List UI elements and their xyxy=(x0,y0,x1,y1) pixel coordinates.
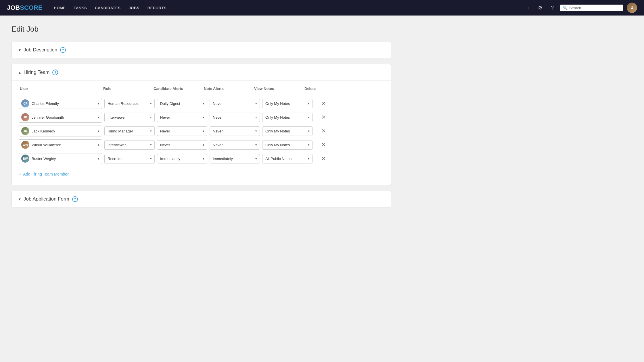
table-row: WW Wilbur Williamson ▾ Human ResourcesIn… xyxy=(19,139,384,150)
job-application-form-title: Job Application Form xyxy=(24,196,69,202)
note-alerts-select-3[interactable]: NeverImmediatelyDaily DigestWeekly Diges… xyxy=(210,140,260,150)
user-cell-4[interactable]: BW Buster Wegley ▾ xyxy=(19,153,102,164)
view-notes-select-0[interactable]: Only My NotesAll Public NotesAll Notes xyxy=(262,99,313,108)
page-title: Edit Job xyxy=(12,25,391,34)
user-cell-0[interactable]: CF Charles Friendly ▾ xyxy=(19,98,102,109)
job-application-form-header[interactable]: ▾ Job Application Form ? xyxy=(12,191,391,207)
user-cell-3[interactable]: WW Wilbur Williamson ▾ xyxy=(19,139,102,150)
nav-links: HOMETASKSCANDIDATESJOBSREPORTS xyxy=(51,4,524,12)
nav-link-candidates[interactable]: CANDIDATES xyxy=(91,4,124,12)
search-input[interactable] xyxy=(569,6,620,10)
user-avatar[interactable]: U xyxy=(627,3,637,13)
table-row: CF Charles Friendly ▾ Human ResourcesInt… xyxy=(19,98,384,109)
hiring-team-title: Hiring Team xyxy=(24,70,49,75)
role-select-4-wrap: Human ResourcesInterviewerHiring Manager… xyxy=(104,154,155,163)
hiring-team-body: User Role Candidate Alerts Note Alerts V… xyxy=(12,81,391,185)
job-description-section: ▾ Job Description ? xyxy=(12,42,391,58)
delete-button-2[interactable]: ✕ xyxy=(315,127,332,135)
col-candidate-alerts: Candidate Alerts xyxy=(152,86,203,91)
nav-link-reports[interactable]: REPORTS xyxy=(144,4,170,12)
navbar: JOBSCORE HOMETASKSCANDIDATESJOBSREPORTS … xyxy=(0,0,644,16)
user-cell-2[interactable]: JK Jack Kennedy ▾ xyxy=(19,126,102,136)
candidate-alerts-select-1[interactable]: NeverImmediatelyDaily DigestWeekly Diges… xyxy=(157,113,207,122)
add-hiring-team-member-link[interactable]: + Add Hiring Team Member xyxy=(19,172,69,177)
note-alerts-select-1-wrap: NeverImmediatelyDaily DigestWeekly Diges… xyxy=(210,113,260,122)
role-select-0[interactable]: Human ResourcesInterviewerHiring Manager… xyxy=(104,99,155,108)
job-description-chevron: ▾ xyxy=(19,48,21,52)
view-notes-select-4[interactable]: Only My NotesAll Public NotesAll Notes xyxy=(262,154,313,163)
delete-button-4[interactable]: ✕ xyxy=(315,154,332,163)
user-avatar-4: BW xyxy=(21,155,29,163)
role-select-4[interactable]: Human ResourcesInterviewerHiring Manager… xyxy=(104,154,155,163)
close-icon: ✕ xyxy=(321,114,326,120)
candidate-alerts-select-4-wrap: NeverImmediatelyDaily DigestWeekly Diges… xyxy=(157,154,207,163)
delete-button-1[interactable]: ✕ xyxy=(315,113,332,122)
col-delete: Delete xyxy=(303,86,321,91)
brand-score: SCORE xyxy=(20,4,42,11)
close-icon: ✕ xyxy=(321,100,326,107)
close-icon: ✕ xyxy=(321,142,326,148)
col-view-notes: View Notes xyxy=(253,86,303,91)
hiring-team-chevron: ▴ xyxy=(19,70,21,75)
job-description-help-icon[interactable]: ? xyxy=(60,47,66,53)
brand-job: JOB xyxy=(7,4,20,11)
plus-icon: + xyxy=(19,172,21,177)
user-chevron-1: ▾ xyxy=(98,115,99,119)
search-icon: 🔍 xyxy=(563,6,568,10)
table-row: JG Jennifer Goodsmith ▾ Human ResourcesI… xyxy=(19,112,384,123)
user-avatar-1: JG xyxy=(21,113,29,121)
note-alerts-select-2[interactable]: NeverImmediatelyDaily DigestWeekly Diges… xyxy=(210,126,260,136)
candidate-alerts-select-3[interactable]: NeverImmediatelyDaily DigestWeekly Diges… xyxy=(157,140,207,150)
role-select-1[interactable]: Human ResourcesInterviewerHiring Manager… xyxy=(104,113,155,122)
settings-button[interactable]: ⚙ xyxy=(536,3,545,12)
brand-logo[interactable]: JOBSCORE xyxy=(7,4,43,11)
user-name-0: Charles Friendly xyxy=(32,101,95,106)
note-alerts-select-3-wrap: NeverImmediatelyDaily DigestWeekly Diges… xyxy=(210,140,260,150)
candidate-alerts-select-2[interactable]: NeverImmediatelyDaily DigestWeekly Diges… xyxy=(157,126,207,136)
add-button[interactable]: ＋ xyxy=(524,3,532,12)
role-select-1-wrap: Human ResourcesInterviewerHiring Manager… xyxy=(104,113,155,122)
candidate-alerts-select-4[interactable]: NeverImmediatelyDaily DigestWeekly Diges… xyxy=(157,154,207,163)
view-notes-select-1-wrap: Only My NotesAll Public NotesAll Notes▾ xyxy=(262,113,313,122)
view-notes-select-4-wrap: Only My NotesAll Public NotesAll Notes▾ xyxy=(262,154,313,163)
delete-button-0[interactable]: ✕ xyxy=(315,99,332,108)
hiring-team-header[interactable]: ▴ Hiring Team ? xyxy=(12,64,391,81)
user-cell-1[interactable]: JG Jennifer Goodsmith ▾ xyxy=(19,112,102,123)
user-avatar-0: CF xyxy=(21,99,29,107)
view-notes-select-2-wrap: Only My NotesAll Public NotesAll Notes▾ xyxy=(262,126,313,136)
view-notes-select-1[interactable]: Only My NotesAll Public NotesAll Notes xyxy=(262,113,313,122)
view-notes-select-2[interactable]: Only My NotesAll Public NotesAll Notes xyxy=(262,126,313,136)
role-select-2[interactable]: Human ResourcesInterviewerHiring Manager… xyxy=(104,126,155,136)
view-notes-select-0-wrap: Only My NotesAll Public NotesAll Notes▾ xyxy=(262,99,313,108)
job-description-title: Job Description xyxy=(24,47,57,53)
job-description-header[interactable]: ▾ Job Description ? xyxy=(12,42,391,58)
table-row: JK Jack Kennedy ▾ Human ResourcesIntervi… xyxy=(19,126,384,136)
user-name-2: Jack Kennedy xyxy=(32,129,95,133)
note-alerts-select-4[interactable]: NeverImmediatelyDaily DigestWeekly Diges… xyxy=(210,154,260,163)
col-note-alerts: Note Alerts xyxy=(203,86,253,91)
job-application-form-help-icon[interactable]: ? xyxy=(72,196,78,202)
note-alerts-select-1[interactable]: NeverImmediatelyDaily DigestWeekly Diges… xyxy=(210,113,260,122)
note-alerts-select-2-wrap: NeverImmediatelyDaily DigestWeekly Diges… xyxy=(210,126,260,136)
hiring-team-section: ▴ Hiring Team ? User Role Candidate Aler… xyxy=(12,64,391,185)
note-alerts-select-0[interactable]: NeverImmediatelyDaily DigestWeekly Diges… xyxy=(210,99,260,108)
nav-link-home[interactable]: HOME xyxy=(51,4,69,12)
hiring-team-help-icon[interactable]: ? xyxy=(52,70,58,75)
role-select-3[interactable]: Human ResourcesInterviewerHiring Manager… xyxy=(104,140,155,150)
candidate-alerts-select-0[interactable]: NeverImmediatelyDaily DigestWeekly Diges… xyxy=(157,99,207,108)
user-chevron-3: ▾ xyxy=(98,143,99,147)
user-avatar-3: WW xyxy=(21,141,29,149)
nav-link-jobs[interactable]: JOBS xyxy=(125,4,143,12)
delete-button-3[interactable]: ✕ xyxy=(315,140,332,149)
help-button[interactable]: ? xyxy=(548,3,557,12)
search-box: 🔍 xyxy=(560,5,623,11)
page-content: Edit Job ▾ Job Description ? ▴ Hiring Te… xyxy=(0,16,402,222)
nav-link-tasks[interactable]: TASKS xyxy=(70,4,91,12)
candidate-alerts-select-0-wrap: NeverImmediatelyDaily DigestWeekly Diges… xyxy=(157,99,207,108)
user-avatar-2: JK xyxy=(21,127,29,135)
view-notes-select-3[interactable]: Only My NotesAll Public NotesAll Notes xyxy=(262,140,313,150)
close-icon: ✕ xyxy=(321,128,326,134)
col-user: User xyxy=(19,86,102,91)
col-role: Role xyxy=(102,86,152,91)
candidate-alerts-select-1-wrap: NeverImmediatelyDaily DigestWeekly Diges… xyxy=(157,113,207,122)
